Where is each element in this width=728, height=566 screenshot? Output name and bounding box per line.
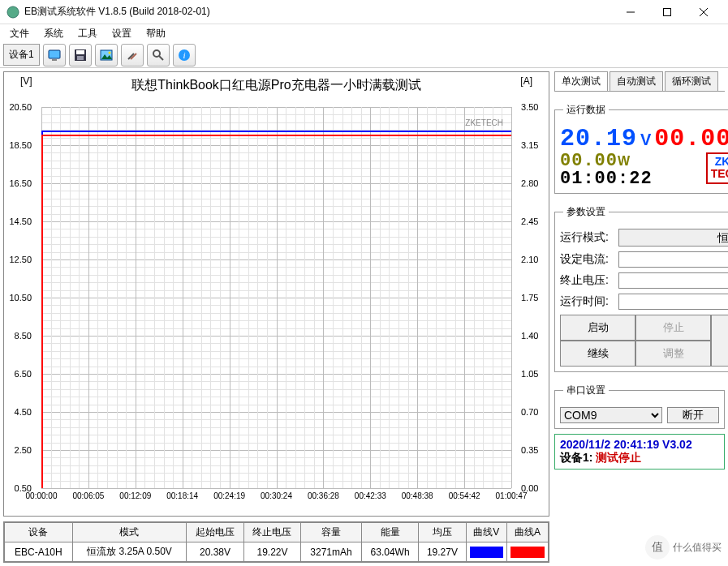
svg-rect-6 xyxy=(52,59,57,61)
menu-settings[interactable]: 设置 xyxy=(106,25,138,42)
titlebar: EB测试系统软件 V1.8.5 (Build 2018-02-01) xyxy=(0,0,728,24)
monitor-button[interactable]: 监测 xyxy=(711,315,728,367)
com-port-select[interactable]: COM9 xyxy=(560,407,662,423)
cell-mode: 恒流放 3.25A 0.50V xyxy=(72,542,187,562)
svg-rect-9 xyxy=(77,56,84,60)
status-timestamp: 2020/11/2 20:41:19 V3.02 xyxy=(560,438,719,451)
cutoff-label: 终止电压: xyxy=(560,273,618,288)
readout-time: 01:00:22 xyxy=(560,169,653,189)
result-table: 设备模式起始电压终止电压容量能量均压曲线V曲线A EBC-A10H 恒流放 3.… xyxy=(3,521,549,563)
params-group: 参数设置 运行模式: 恒流放 设定电流: A 终止电压: V 运行时间: 分 xyxy=(554,205,728,372)
disconnect-button[interactable]: 断开 xyxy=(667,407,719,423)
readout-group: 运行数据 20.19V 00.00A 00.00W 01:00:22 ZKE T… xyxy=(554,103,728,194)
svg-rect-5 xyxy=(49,50,60,58)
svg-text:i: i xyxy=(183,50,185,60)
cell-avg-v: 19.27V xyxy=(419,542,466,562)
y-ticks-right: 3.503.152.802.452.101.751.401.050.700.35… xyxy=(519,107,544,488)
menu-help[interactable]: 帮助 xyxy=(140,25,172,42)
tools-icon[interactable] xyxy=(121,44,144,66)
y-ticks-left: 20.5018.5016.5014.5012.5010.508.506.504.… xyxy=(9,107,33,488)
window-title: EB测试系统软件 V1.8.5 (Build 2018-02-01) xyxy=(24,5,612,19)
tab-auto-test[interactable]: 自动测试 xyxy=(610,71,663,91)
chart-brand: ZKETECH xyxy=(465,118,503,127)
device-tab[interactable]: 设备1 xyxy=(3,44,40,66)
start-button[interactable]: 启动 xyxy=(560,315,635,341)
current-label: 设定电流: xyxy=(560,252,618,267)
tab-single-test[interactable]: 单次测试 xyxy=(554,71,608,91)
save-icon[interactable] xyxy=(69,44,92,66)
current-input[interactable] xyxy=(618,251,728,268)
svg-point-12 xyxy=(108,51,110,54)
continue-button[interactable]: 继续 xyxy=(560,341,635,367)
svg-point-15 xyxy=(153,50,160,57)
adjust-button[interactable]: 调整 xyxy=(635,341,711,367)
cell-start-v: 20.38V xyxy=(187,542,243,562)
mode-select[interactable]: 恒流放 xyxy=(618,229,728,247)
minimize-button[interactable] xyxy=(612,0,648,24)
chart-title: 联想ThinkBook口红电源Pro充电器一小时满载测试 xyxy=(9,77,544,94)
svg-point-0 xyxy=(7,6,19,18)
close-button[interactable] xyxy=(685,0,722,24)
info-icon[interactable]: i xyxy=(173,44,196,66)
serial-group: 串口设置 COM9 断开 xyxy=(554,384,725,429)
readout-current: 00.00 xyxy=(654,126,728,151)
menu-system[interactable]: 系统 xyxy=(37,25,70,42)
y-axis-left-label: [V] xyxy=(20,75,32,87)
menu-tools[interactable]: 工具 xyxy=(71,25,104,42)
search-icon[interactable] xyxy=(147,44,170,66)
status-box: 2020/11/2 20:41:19 V3.02 设备1: 测试停止 xyxy=(554,434,725,470)
status-text: 测试停止 xyxy=(596,451,641,464)
readout-voltage: 20.19 xyxy=(560,126,637,151)
logo: ZKE TECH xyxy=(706,152,728,184)
cutoff-input[interactable] xyxy=(618,272,728,289)
cell-curve-a xyxy=(507,542,549,562)
runtime-input[interactable] xyxy=(618,294,728,310)
mode-label: 运行模式: xyxy=(560,230,618,245)
cell-end-v: 19.22V xyxy=(243,542,300,562)
watermark: 值 什么值得买 xyxy=(645,535,722,560)
runtime-label: 运行时间: xyxy=(560,294,618,309)
right-tabs: 单次测试 自动测试 循环测试 xyxy=(554,71,725,92)
plot-area: ZKETECH xyxy=(41,107,511,488)
menu-file[interactable]: 文件 xyxy=(3,25,36,42)
svg-line-16 xyxy=(159,56,163,60)
cell-energy: 63.04Wh xyxy=(361,542,419,562)
cell-curve-v xyxy=(466,542,507,562)
tab-loop-test[interactable]: 循环测试 xyxy=(665,71,718,91)
app-icon xyxy=(6,6,19,19)
image-icon[interactable] xyxy=(95,44,118,66)
svg-rect-8 xyxy=(76,50,84,54)
x-ticks: 00:00:0000:06:0500:12:0900:18:1400:24:19… xyxy=(41,491,511,504)
monitor-icon[interactable] xyxy=(43,44,66,66)
cell-device: EBC-A10H xyxy=(5,542,73,562)
toolbar: 设备1 i xyxy=(0,42,728,68)
svg-rect-2 xyxy=(663,8,670,15)
stop-button[interactable]: 停止 xyxy=(635,315,711,341)
menubar: 文件 系统 工具 设置 帮助 xyxy=(0,24,728,42)
maximize-button[interactable] xyxy=(648,0,685,24)
readout-title: 运行数据 xyxy=(563,103,609,117)
cell-capacity: 3271mAh xyxy=(301,542,362,562)
y-axis-right-label: [A] xyxy=(520,75,532,87)
chart: [V] [A] 联想ThinkBook口红电源Pro充电器一小时满载测试 20.… xyxy=(3,71,549,517)
